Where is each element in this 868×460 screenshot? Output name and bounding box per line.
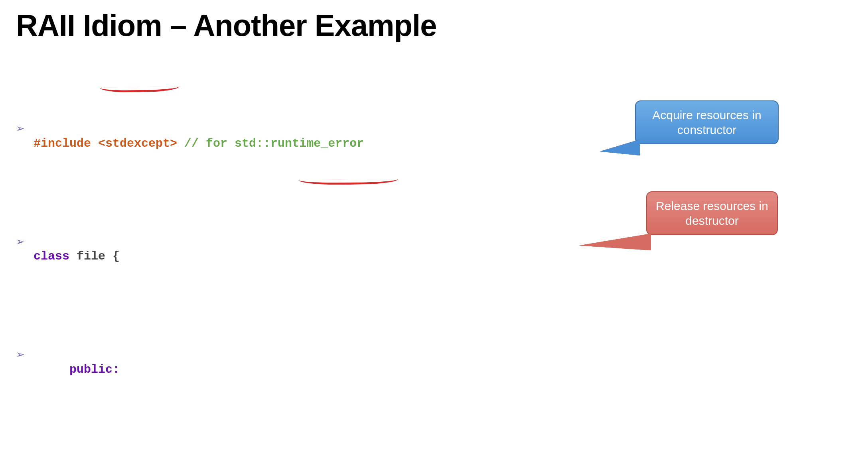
- bullet-icon: ➢: [16, 458, 34, 460]
- include-directive: #include: [34, 137, 98, 150]
- slide: RAII Idiom – Another Example ➢ #include …: [0, 0, 868, 460]
- bullet-icon: ➢: [16, 119, 34, 136]
- callout-text: Release resources in destructor: [656, 199, 768, 228]
- include-comment: // for std::runtime_error: [177, 137, 364, 150]
- bullet-icon: ➢: [16, 232, 34, 249]
- bullet-icon: ➢: [16, 345, 34, 362]
- include-header: <stdexcept>: [98, 137, 177, 150]
- callout-text: Acquire resources in constructor: [645, 108, 769, 138]
- callout-acquire: Acquire resources in constructor: [635, 100, 779, 144]
- callout-tail-icon: [600, 140, 640, 155]
- class-keyword: class: [34, 250, 69, 263]
- code-line: ➢ class file {: [16, 232, 852, 281]
- code-line: ➢ file(const char* filename) : file_(std…: [16, 458, 852, 460]
- public-keyword: public:: [69, 363, 120, 376]
- slide-title: RAII Idiom – Another Example: [16, 8, 852, 43]
- code-line: ➢ public:: [16, 345, 852, 394]
- callout-release: Release resources in destructor: [646, 191, 778, 235]
- callout-tail-icon: [579, 234, 651, 250]
- class-name: file {: [69, 250, 120, 263]
